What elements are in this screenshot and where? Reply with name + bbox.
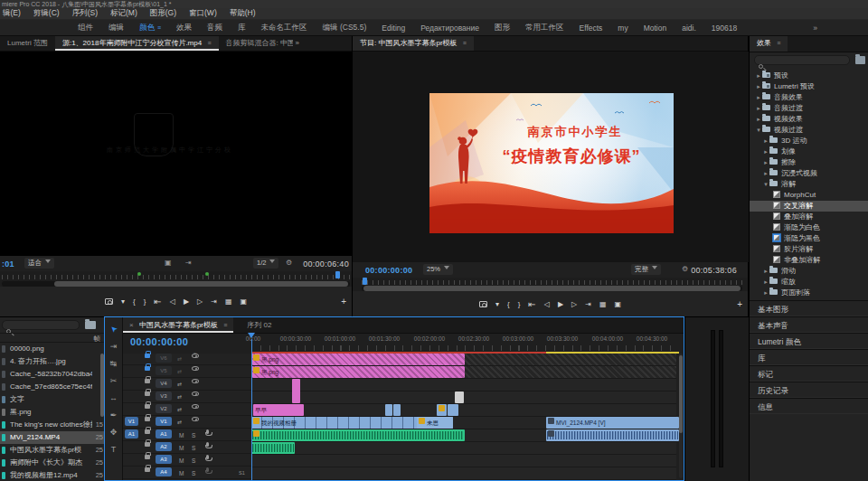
source-tab-overflow-icon[interactable]: » <box>293 36 302 51</box>
lock-icon[interactable] <box>145 429 150 434</box>
transport-button[interactable]: ⇤ <box>154 297 161 307</box>
workspace-overflow-icon[interactable]: » <box>813 24 817 33</box>
workspace-tab[interactable]: 图形 <box>495 23 510 33</box>
effect-item[interactable]: MorphCut <box>750 190 868 201</box>
panel-menu-icon[interactable]: ≡ <box>463 40 467 46</box>
project-item[interactable]: Cache_57ed865ce75ec4fe…_i <box>0 381 104 393</box>
workspace-tab[interactable]: aidi. <box>682 24 696 33</box>
program-zoom-select[interactable]: 25% <box>423 264 453 275</box>
track-name[interactable]: V6 <box>156 354 172 363</box>
transport-button[interactable]: ▦ <box>225 297 232 306</box>
playhead-line[interactable] <box>251 339 252 480</box>
program-playhead[interactable] <box>363 278 367 285</box>
track-name[interactable]: A3 <box>156 455 172 464</box>
menu-item[interactable]: 辑(E) <box>3 8 21 19</box>
transport-button[interactable]: ▶ <box>184 297 189 306</box>
effect-item-selected[interactable]: 交叉溶解 <box>750 201 868 212</box>
lock-icon[interactable] <box>145 379 150 383</box>
effect-item-default-transition[interactable]: 渐隐为黑色 <box>750 233 868 244</box>
track-header-v5[interactable]: V5 ⇄ <box>123 366 251 378</box>
track-output-eye-icon[interactable] <box>192 404 199 409</box>
track-header-a4[interactable]: A4 M S S1 <box>123 467 251 479</box>
track-name[interactable]: V3 <box>156 391 172 401</box>
solo-button[interactable]: S <box>192 442 195 454</box>
tool-icon[interactable]: ⇥ <box>110 342 118 351</box>
voiceover-mic-icon[interactable] <box>206 429 209 434</box>
collapsed-panel-header[interactable]: 库 <box>750 349 868 365</box>
menu-item[interactable]: 剪辑(C) <box>33 8 60 19</box>
workspace-tab[interactable]: 库 <box>238 23 246 33</box>
program-viewer[interactable]: 南京市中小学生 “疫情教育必修课” <box>353 52 749 262</box>
disclosure-icon[interactable]: ▸ <box>755 114 762 125</box>
button-editor-icon[interactable]: + <box>737 299 742 309</box>
effects-bin[interactable]: ▸页面剥落 <box>750 288 868 298</box>
clip-mvi2124-audio[interactable] <box>546 429 679 441</box>
label-color-chip[interactable] <box>2 358 5 365</box>
source-resolution-select[interactable]: 1/2 <box>253 258 278 269</box>
track-name[interactable]: V5 <box>156 366 172 375</box>
sync-lock-icon[interactable]: ⇄ <box>177 379 182 391</box>
track-name[interactable]: V2 <box>156 404 172 413</box>
sync-lock-icon[interactable]: ⇄ <box>177 404 182 416</box>
lock-icon[interactable] <box>145 467 150 472</box>
disclosure-icon[interactable]: ▸ <box>762 136 769 146</box>
workspace-tab[interactable]: 组件 <box>78 23 93 33</box>
export-frame-icon[interactable] <box>105 298 113 305</box>
mute-button[interactable]: M <box>179 455 184 467</box>
track-output-eye-icon[interactable] <box>192 366 199 371</box>
transport-button[interactable]: ◁ <box>544 300 550 308</box>
transport-button[interactable]: ▣ <box>240 297 247 306</box>
project-item[interactable]: The king's new clothes徐摇 15 <box>0 419 104 431</box>
effects-bin[interactable]: ▸缩放 <box>750 277 868 288</box>
button-editor-icon[interactable]: + <box>341 297 346 307</box>
clip-audio-a1[interactable] <box>251 429 465 441</box>
menu-item[interactable]: 图形(G) <box>150 8 176 19</box>
workspace-tab[interactable]: 未命名工作区 <box>261 23 307 33</box>
clip-offline-v3[interactable] <box>455 391 464 403</box>
source-timecode[interactable]: :01 <box>2 259 14 269</box>
clip-small-v2[interactable] <box>393 404 401 416</box>
track-header-v2[interactable]: V2 ⇄ <box>123 404 251 416</box>
tab-lumetri-scopes[interactable]: Lumetri 范围 <box>0 36 55 51</box>
disclosure-icon[interactable]: ▸ <box>755 92 762 103</box>
sync-lock-icon[interactable]: ⇄ <box>177 417 182 429</box>
tab-program[interactable]: 节目: 中国风水墨字幕条pr模板 ≡ <box>353 36 474 51</box>
track-name[interactable]: V4 <box>156 379 172 388</box>
collapsed-panel-header[interactable]: 标记 <box>750 365 868 382</box>
marker-dot[interactable] <box>205 272 209 276</box>
menu-item[interactable]: 序列(S) <box>72 8 98 19</box>
clip-small-v2[interactable] <box>385 404 392 416</box>
label-color-chip[interactable] <box>2 472 5 479</box>
lock-icon[interactable] <box>145 417 150 421</box>
clip-small-v2[interactable] <box>448 404 458 416</box>
lock-icon[interactable] <box>145 404 150 409</box>
workspace-tab[interactable]: Редактирование <box>420 24 479 33</box>
label-color-chip[interactable] <box>2 434 5 441</box>
tool-icon[interactable]: ✂ <box>110 376 118 385</box>
effects-search-input[interactable] <box>754 55 850 65</box>
effects-bin[interactable]: ▸Lumetri 预设 <box>750 81 868 92</box>
lock-icon[interactable] <box>145 391 150 396</box>
workspace-tab[interactable]: Effects <box>580 24 603 33</box>
menu-item[interactable]: 窗口(W) <box>189 8 217 19</box>
safe-margins-icon[interactable]: ▣ <box>165 259 172 267</box>
collapsed-panel-header[interactable]: 基本图形 <box>750 300 868 316</box>
program-ruler[interactable] <box>353 278 748 291</box>
track-name[interactable]: A1 <box>156 429 172 439</box>
transport-button[interactable]: ▦ <box>599 300 607 308</box>
playhead-head[interactable] <box>248 333 255 342</box>
source-patch-v1[interactable]: V1 <box>125 417 138 426</box>
lock-icon[interactable] <box>145 442 150 447</box>
close-icon[interactable]: × <box>129 321 134 329</box>
disclosure-icon[interactable]: ▸ <box>762 288 769 298</box>
transport-button[interactable]: ▶ <box>558 300 563 308</box>
project-item[interactable]: 中国风水墨字幕条pr模 25 <box>0 444 104 457</box>
tool-icon[interactable]: T <box>111 445 117 454</box>
disclosure-icon[interactable]: ▾ <box>762 179 769 190</box>
menu-item[interactable]: 帮助(H) <box>230 8 256 19</box>
clip-small-v2[interactable] <box>437 404 447 416</box>
label-color-chip[interactable] <box>2 421 5 429</box>
project-search-input[interactable] <box>2 320 80 330</box>
project-item[interactable]: 00000.png <box>0 343 104 355</box>
tab-audio-mixer[interactable]: 音频剪辑混合器: 中国风水墨字幕条pr模 <box>219 36 293 51</box>
